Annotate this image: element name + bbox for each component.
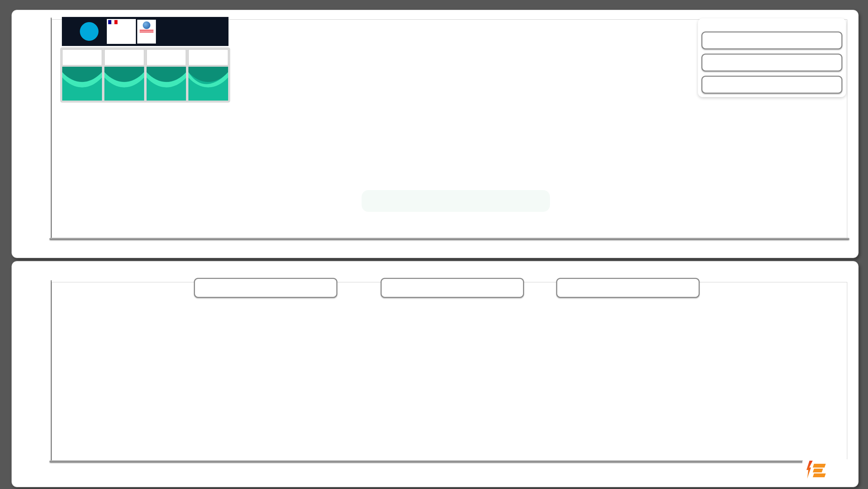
daily-chart-panel xyxy=(11,10,859,258)
top-x-axis xyxy=(52,240,847,258)
daily-pmin-badge xyxy=(701,76,842,94)
day-button-j3-label xyxy=(188,49,228,65)
rte-logo xyxy=(80,22,99,41)
french-flag-icon xyxy=(108,20,118,24)
day-button-j[interactable] xyxy=(62,49,102,101)
weekly-chart-panel xyxy=(11,261,859,487)
top-y-axis xyxy=(28,19,49,237)
ecowatt-green-signal-icon xyxy=(147,67,186,101)
ecowatt-banner xyxy=(62,17,228,46)
day-selector xyxy=(60,47,230,103)
day-button-j1-label xyxy=(104,49,144,65)
day-button-j2[interactable] xyxy=(147,49,186,101)
day-button-j1[interactable] xyxy=(104,49,144,101)
daily-pmax-badge xyxy=(701,54,842,72)
top-x-axis-strip xyxy=(49,238,849,240)
site-title xyxy=(701,20,843,27)
weekly-consumption-badge-wrap xyxy=(194,278,337,298)
day-button-j2-label xyxy=(147,49,186,65)
weekly-consumption-badge xyxy=(194,278,337,298)
weekly-pmax-badge-wrap xyxy=(381,278,524,298)
bottom-x-axis xyxy=(52,463,847,481)
bottom-y-axis xyxy=(28,282,49,460)
site-info-panel xyxy=(698,18,846,97)
ademe-globe-icon xyxy=(143,21,150,29)
day-button-j-label xyxy=(62,49,102,65)
g2e-france-logo xyxy=(802,459,856,486)
weekly-pmax-badge xyxy=(381,278,524,298)
ecowatt-green-signal-icon xyxy=(62,67,102,101)
weekly-power-chart xyxy=(52,282,847,461)
lightning-bolt-icon xyxy=(805,461,813,479)
ecowatt-green-signal-icon xyxy=(188,67,228,101)
chart-date-label xyxy=(362,190,550,212)
bottom-x-axis-strip xyxy=(49,460,849,462)
republique-francaise-logo xyxy=(107,19,136,44)
day-button-j3[interactable] xyxy=(188,49,228,101)
ademe-logo xyxy=(137,20,156,44)
daily-consumption-badge xyxy=(701,31,842,49)
ecowatt-green-signal-icon xyxy=(104,67,144,101)
weekly-pmin-badge xyxy=(556,278,700,298)
g2e-logo-e-icon xyxy=(813,461,825,477)
weekly-pmin-badge-wrap xyxy=(556,278,700,298)
